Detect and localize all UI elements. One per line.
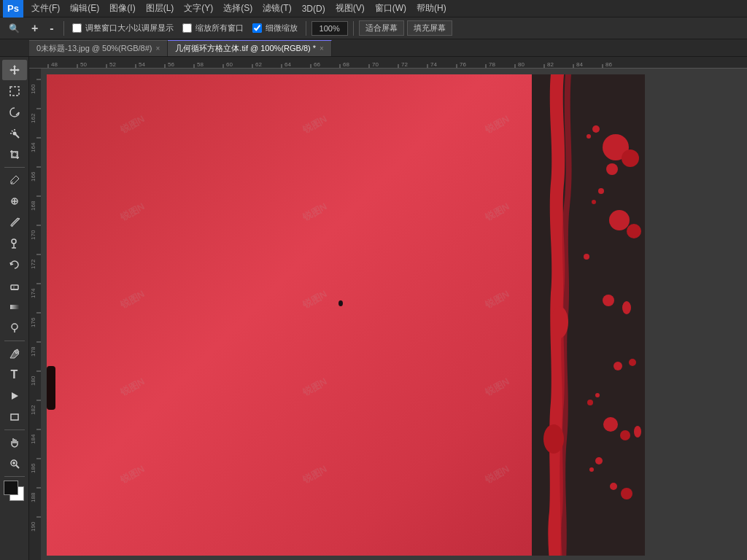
svg-text:86: 86 bbox=[605, 61, 612, 68]
fill-screen-button[interactable]: 填充屏幕 bbox=[407, 20, 452, 36]
fine-zoom-checkbox[interactable] bbox=[252, 23, 262, 33]
wand-tool[interactable] bbox=[2, 123, 27, 144]
lasso-tool[interactable] bbox=[2, 102, 27, 122]
svg-point-108 bbox=[620, 430, 630, 440]
menu-3d[interactable]: 3D(D) bbox=[297, 2, 330, 15]
watermark: 锐图N bbox=[301, 112, 330, 136]
menu-image[interactable]: 图像(I) bbox=[104, 1, 140, 16]
svg-rect-0 bbox=[10, 87, 19, 96]
menu-edit[interactable]: 编辑(E) bbox=[65, 1, 104, 16]
stamp-tool[interactable] bbox=[2, 233, 27, 254]
menu-text[interactable]: 文字(Y) bbox=[179, 1, 218, 16]
tab-0[interactable]: 0未标题-13.jpg @ 50%(RGB/8#) × bbox=[29, 40, 168, 56]
svg-point-116 bbox=[598, 188, 604, 194]
svg-text:64: 64 bbox=[285, 61, 291, 68]
svg-point-104 bbox=[622, 301, 631, 314]
svg-point-107 bbox=[603, 417, 618, 432]
svg-point-122 bbox=[589, 467, 594, 472]
move-tool[interactable] bbox=[2, 60, 27, 80]
canvas-area: 48 50 52 54 56 58 60 62 64 bbox=[29, 57, 747, 560]
toolbar-separator-3 bbox=[4, 429, 25, 430]
menu-window[interactable]: 窗口(W) bbox=[370, 1, 411, 16]
options-bar: 🔍 + - 调整窗口大小以调屏显示 缩放所有窗口 细微缩放 适合屏幕 填充屏幕 bbox=[0, 18, 747, 39]
svg-point-105 bbox=[614, 362, 622, 370]
toolbar-separator-2 bbox=[4, 341, 25, 341]
zoom-tool[interactable] bbox=[2, 454, 27, 474]
resize-window-option: 调整窗口大小以调屏显示 bbox=[72, 23, 174, 34]
menu-select[interactable]: 选择(S) bbox=[218, 1, 258, 16]
zoom-tool-icon[interactable]: 🔍 bbox=[4, 22, 24, 35]
text-tool[interactable]: T bbox=[2, 365, 27, 385]
ruler-left: 160 162 164 166 168 170 172 174 bbox=[29, 69, 41, 560]
svg-rect-13 bbox=[11, 285, 18, 289]
brush-tool[interactable] bbox=[2, 212, 27, 233]
resize-window-checkbox[interactable] bbox=[72, 23, 82, 33]
svg-text:68: 68 bbox=[343, 61, 349, 68]
svg-text:188: 188 bbox=[30, 492, 36, 502]
zoom-in-button[interactable]: + bbox=[27, 20, 42, 36]
watermark: 锐图N bbox=[301, 462, 330, 486]
svg-text:172: 172 bbox=[30, 259, 36, 269]
crop-tool[interactable] bbox=[2, 144, 27, 165]
separator-3 bbox=[353, 21, 354, 36]
svg-text:176: 176 bbox=[30, 317, 36, 327]
toolbar-separator-1 bbox=[4, 167, 25, 168]
pen-tool[interactable] bbox=[2, 343, 27, 364]
watermark: 锐图N bbox=[118, 462, 147, 486]
svg-point-101 bbox=[609, 210, 630, 230]
app-logo: Ps bbox=[3, 0, 23, 18]
menu-file[interactable]: 文件(F) bbox=[26, 1, 65, 16]
gradient-tool[interactable] bbox=[2, 297, 27, 317]
svg-line-5 bbox=[12, 131, 13, 132]
fit-screen-button[interactable]: 适合屏幕 bbox=[359, 20, 404, 36]
svg-rect-65 bbox=[29, 69, 41, 560]
eyedropper-tool[interactable] bbox=[2, 170, 27, 190]
svg-text:180: 180 bbox=[30, 376, 36, 386]
zoom-value-input[interactable] bbox=[311, 21, 348, 36]
main-area: T bbox=[0, 57, 747, 560]
watermark: 锐图N bbox=[301, 287, 330, 311]
separator-2 bbox=[306, 21, 306, 36]
menu-filter[interactable]: 滤镜(T) bbox=[258, 1, 296, 16]
tab-0-label: 0未标题-13.jpg @ 50%(RGB/8#) bbox=[36, 43, 152, 54]
path-selection-tool[interactable] bbox=[2, 386, 27, 406]
color-swatches[interactable] bbox=[2, 481, 27, 505]
history-brush-tool[interactable] bbox=[2, 254, 27, 275]
hand-tool[interactable] bbox=[2, 432, 27, 453]
zoom-all-checkbox[interactable] bbox=[182, 23, 192, 33]
svg-rect-7 bbox=[12, 152, 17, 157]
svg-text:60: 60 bbox=[226, 61, 233, 68]
foreground-color-swatch[interactable] bbox=[4, 481, 18, 495]
svg-text:186: 186 bbox=[30, 463, 36, 473]
menu-help[interactable]: 帮助(H) bbox=[411, 1, 452, 16]
eraser-tool[interactable] bbox=[2, 276, 27, 296]
watermark: 锐图N bbox=[483, 112, 512, 136]
zoom-out-button[interactable]: - bbox=[45, 20, 58, 36]
resize-window-label: 调整窗口大小以调屏显示 bbox=[85, 23, 174, 34]
dodge-tool[interactable] bbox=[2, 318, 27, 338]
tab-1[interactable]: 几何循环方格立体.tif @ 100%(RGB/8) * × bbox=[168, 40, 332, 56]
menu-view[interactable]: 视图(V) bbox=[330, 1, 370, 16]
tab-0-close[interactable]: × bbox=[156, 44, 160, 52]
zoom-all-label: 缩放所有窗口 bbox=[196, 23, 244, 34]
menu-layer[interactable]: 图层(L) bbox=[141, 1, 179, 16]
tab-1-close[interactable]: × bbox=[320, 44, 324, 52]
svg-point-106 bbox=[629, 359, 636, 366]
svg-point-117 bbox=[592, 200, 596, 204]
svg-text:170: 170 bbox=[30, 230, 36, 240]
rectangle-tool[interactable] bbox=[2, 407, 27, 427]
svg-point-102 bbox=[627, 224, 641, 238]
selection-tool[interactable] bbox=[2, 81, 27, 101]
menu-bar: Ps 文件(F) 编辑(E) 图像(I) 图层(L) 文字(Y) 选择(S) 滤… bbox=[0, 0, 747, 18]
svg-rect-19 bbox=[11, 414, 18, 420]
watermark: 锐图N bbox=[118, 287, 147, 311]
healing-tool[interactable] bbox=[2, 191, 27, 211]
svg-point-112 bbox=[551, 306, 568, 338]
svg-point-12 bbox=[12, 239, 16, 244]
watermark: 锐图N bbox=[118, 200, 147, 224]
svg-text:178: 178 bbox=[30, 346, 36, 357]
zoom-all-windows-option: 缩放所有窗口 bbox=[182, 23, 244, 34]
svg-text:50: 50 bbox=[80, 61, 87, 68]
edge-smudge bbox=[47, 366, 55, 410]
watermark: 锐图N bbox=[118, 112, 147, 136]
